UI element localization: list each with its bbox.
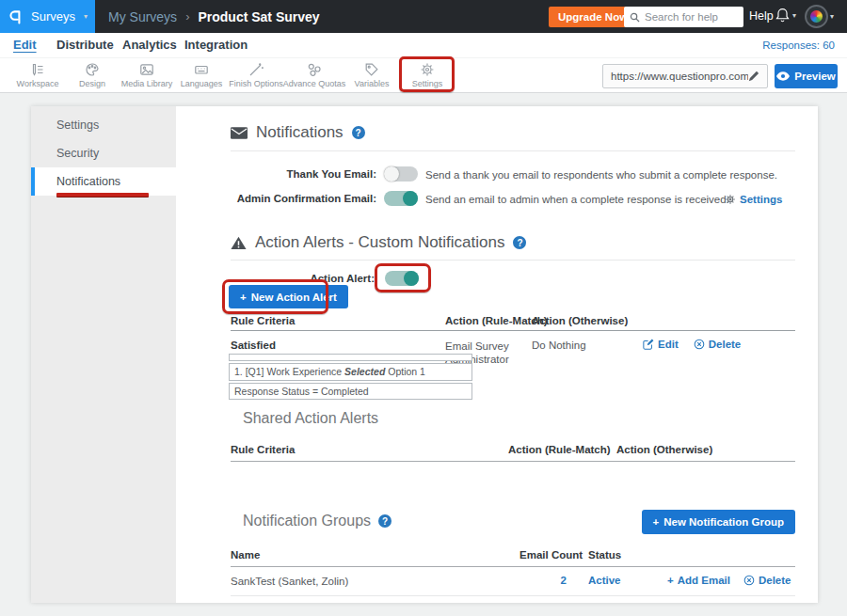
- help-circle-icon[interactable]: ?: [378, 514, 392, 528]
- add-email-label: Add Email: [678, 575, 730, 586]
- breadcrumb: My Surveys › Product Sat Survey: [108, 0, 320, 33]
- add-email-link[interactable]: + Add Email: [667, 575, 730, 586]
- tab-distribute[interactable]: Distribute: [56, 38, 114, 52]
- admin-confirmation-description: Send an email to admin when a complete r…: [425, 194, 729, 205]
- image-icon: [114, 62, 180, 79]
- toolbar-item-design[interactable]: Design: [64, 62, 120, 88]
- toolbar-label: Workspace: [17, 79, 59, 88]
- notification-groups-title: Notification Groups ?: [243, 513, 392, 529]
- responses-count[interactable]: Responses: 60: [762, 39, 835, 51]
- notifications-section-title: Notifications ?: [231, 123, 365, 142]
- workspace-icon: [9, 62, 66, 79]
- table-bottom-divider: [231, 595, 795, 596]
- settings-card: Settings Security Notifications Notifica…: [31, 106, 818, 603]
- criteria-text: 1. [Q1] Work Experience: [234, 366, 344, 377]
- avatar-pinwheel-icon: [810, 10, 823, 23]
- col-header-rule-criteria: Rule Criteria: [231, 444, 295, 455]
- product-menu[interactable]: Surveys ▾: [0, 0, 95, 33]
- sidebar-item-security[interactable]: Security: [31, 139, 176, 167]
- help-circle-icon[interactable]: ?: [513, 236, 526, 249]
- rule-status: Satisfied: [231, 340, 276, 351]
- account-menu-button[interactable]: ▾: [805, 5, 834, 28]
- caret-down-icon: ▾: [84, 12, 88, 21]
- edit-url-pencil-icon[interactable]: [748, 71, 759, 82]
- tag-icon: [344, 62, 400, 79]
- thank-you-email-toggle[interactable]: [384, 166, 418, 182]
- survey-url-field[interactable]: https://www.questionpro.com/t/: [602, 64, 768, 88]
- col-header-name: Name: [231, 549, 260, 561]
- toolbar-item-variables[interactable]: Variables: [344, 62, 400, 88]
- criteria-box-empty[interactable]: [229, 354, 472, 361]
- criteria-box-1[interactable]: 1. [Q1] Work Experience Selected Option …: [229, 363, 472, 381]
- plus-icon: +: [667, 575, 674, 586]
- toolbar-item-advance-quotas[interactable]: Advance Quotas: [280, 62, 349, 88]
- col-header-action-match: Action (Rule-Match): [508, 444, 611, 455]
- delete-label: Delete: [709, 339, 742, 350]
- sidebar-item-notifications[interactable]: Notifications: [31, 167, 176, 196]
- sidebar-item-settings[interactable]: Settings: [31, 111, 176, 139]
- breadcrumb-parent[interactable]: My Surveys: [108, 9, 177, 24]
- action-otherwise-cell: Do Nothing: [532, 340, 586, 351]
- tab-edit[interactable]: Edit: [13, 38, 37, 52]
- plus-icon: +: [240, 292, 247, 303]
- gear-icon: [725, 194, 736, 205]
- table-header-divider: [231, 330, 795, 331]
- notifications-title-text: Notifications: [256, 123, 344, 142]
- notifications-bell-button[interactable]: ▾: [775, 7, 796, 24]
- caret-down-icon: ▾: [792, 11, 796, 20]
- thank-you-email-description: Send a thank you email to respondents wh…: [425, 169, 777, 181]
- circle-x-icon: [694, 339, 705, 350]
- action-rule-match-cell: Email Survey Administrator: [445, 340, 522, 366]
- avatar: [805, 5, 828, 28]
- criteria-text: Response Status = Completed: [234, 386, 369, 397]
- table-header-divider: [231, 461, 795, 462]
- notification-groups-title-text: Notification Groups: [243, 513, 371, 529]
- criteria-text: Option 1: [385, 366, 425, 377]
- delete-group-label: Delete: [759, 575, 791, 586]
- action-alerts-section-title: Action Alerts - Custom Notifications ?: [231, 233, 526, 252]
- criteria-box-2[interactable]: Response Status = Completed: [229, 383, 472, 400]
- plus-icon: +: [653, 516, 660, 528]
- table-header-divider: [231, 566, 795, 567]
- breadcrumb-current: Product Sat Survey: [198, 9, 319, 24]
- criteria-highlight: Selected: [344, 366, 385, 377]
- group-email-count-link[interactable]: 2: [519, 575, 567, 586]
- thank-you-email-label: Thank You Email:: [188, 168, 376, 180]
- settings-sidebar: Settings Security Notifications: [31, 106, 176, 603]
- admin-confirmation-toggle[interactable]: [384, 191, 418, 206]
- toolbar-item-media-library[interactable]: Media Library: [114, 62, 180, 88]
- divider: [231, 150, 795, 151]
- help-search: [624, 7, 743, 27]
- admin-settings-link[interactable]: Settings: [725, 194, 782, 205]
- preview-button[interactable]: Preview: [775, 64, 838, 88]
- keyboard-icon: [173, 62, 230, 79]
- help-search-input[interactable]: [645, 11, 738, 23]
- shared-alerts-title: Shared Action Alerts: [243, 410, 378, 427]
- toolbar-item-workspace[interactable]: Workspace: [9, 62, 66, 88]
- new-notification-group-button[interactable]: + New Notification Group: [642, 510, 796, 534]
- tab-integration[interactable]: Integration: [184, 38, 248, 52]
- gear-icon: [401, 62, 454, 79]
- toolbar-item-languages[interactable]: Languages: [173, 62, 230, 88]
- edit-pencil-icon: [643, 339, 654, 350]
- delete-alert-link[interactable]: Delete: [694, 339, 742, 350]
- circle-x-icon: [743, 575, 755, 586]
- action-alert-toggle-label: Action Alert:: [262, 273, 375, 284]
- toolbar-item-settings[interactable]: Settings: [401, 62, 454, 88]
- admin-settings-label: Settings: [740, 194, 782, 205]
- divider: [231, 260, 795, 261]
- tab-analytics[interactable]: Analytics: [122, 38, 177, 52]
- toggle-knob: [384, 166, 399, 182]
- help-circle-icon[interactable]: ?: [352, 126, 365, 139]
- caret-down-icon: ▾: [830, 12, 834, 21]
- product-menu-label: Surveys: [31, 9, 75, 24]
- delete-group-link[interactable]: Delete: [743, 575, 791, 586]
- group-status-link[interactable]: Active: [588, 575, 621, 586]
- new-action-alert-button[interactable]: + New Action Alert: [229, 285, 348, 308]
- help-link[interactable]: Help: [749, 9, 774, 23]
- action-alert-toggle[interactable]: [385, 271, 419, 286]
- warning-triangle-icon: [231, 236, 247, 250]
- toolbar-label: Variables: [355, 79, 390, 88]
- edit-alert-link[interactable]: Edit: [643, 339, 679, 350]
- new-action-alert-label: New Action Alert: [251, 292, 337, 303]
